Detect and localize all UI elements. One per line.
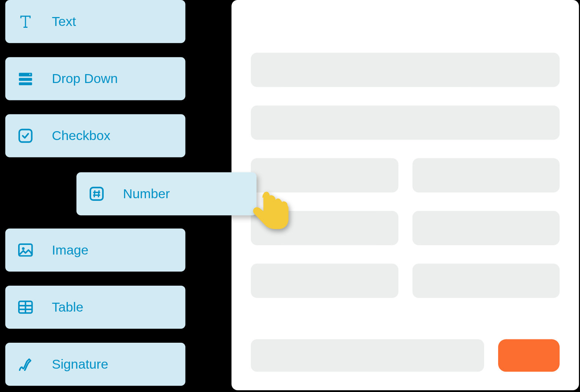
form-row (251, 106, 560, 140)
field-item-dropdown[interactable]: Drop Down (5, 57, 185, 100)
form-field-placeholder[interactable] (251, 106, 560, 140)
field-item-table[interactable]: Table (5, 286, 185, 329)
svg-rect-3 (19, 130, 32, 142)
field-label: Number (123, 186, 170, 201)
field-label: Drop Down (52, 71, 118, 86)
form-row (251, 264, 560, 298)
checkbox-icon (16, 126, 35, 145)
field-label: Image (52, 243, 89, 258)
svg-line-11 (94, 190, 95, 197)
form-bottom-row (251, 339, 560, 372)
field-label: Text (52, 14, 76, 29)
field-item-checkbox[interactable]: Checkbox (5, 114, 185, 157)
form-field-placeholder[interactable] (251, 158, 398, 193)
form-row (251, 158, 560, 193)
form-row (251, 211, 560, 245)
svg-line-12 (99, 190, 99, 197)
dropdown-icon (16, 69, 35, 88)
field-item-signature[interactable]: Signature (5, 343, 185, 386)
form-field-placeholder[interactable] (251, 339, 484, 372)
field-item-image[interactable]: Image (5, 229, 185, 272)
svg-rect-2 (19, 82, 32, 85)
form-field-placeholder[interactable] (412, 158, 560, 193)
form-field-placeholder[interactable] (251, 53, 560, 87)
number-icon (87, 184, 106, 203)
field-item-text[interactable]: Text (5, 0, 185, 43)
svg-rect-1 (19, 78, 32, 81)
field-label: Signature (52, 357, 108, 372)
field-item-number-dragging[interactable]: Number (76, 172, 256, 215)
svg-point-5 (22, 247, 24, 250)
form-field-placeholder[interactable] (412, 211, 560, 245)
drag-cursor-icon (246, 189, 294, 237)
submit-button[interactable] (498, 339, 560, 372)
form-field-placeholder[interactable] (412, 264, 560, 298)
field-label: Checkbox (52, 128, 110, 143)
form-row (251, 53, 560, 87)
table-icon (16, 298, 35, 317)
field-label: Table (52, 300, 83, 315)
form-field-placeholder[interactable] (251, 264, 398, 298)
signature-icon (16, 355, 35, 374)
svg-rect-10 (90, 187, 103, 200)
image-icon (16, 240, 35, 260)
text-icon (16, 12, 35, 31)
